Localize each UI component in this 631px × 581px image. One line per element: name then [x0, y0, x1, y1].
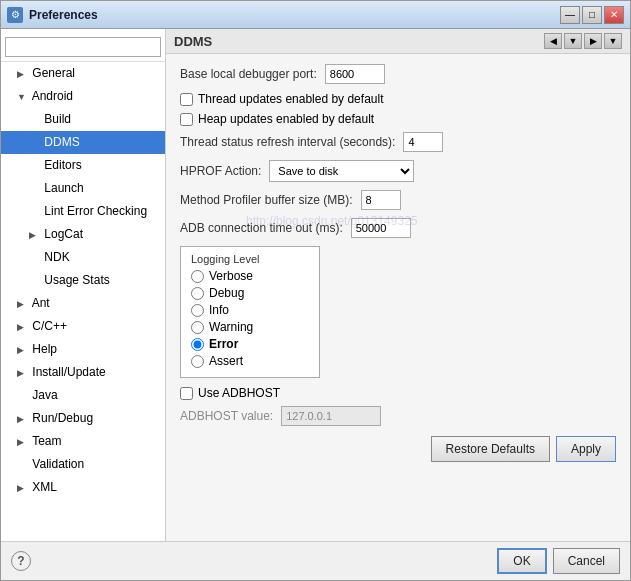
thread-updates-row: Thread updates enabled by default	[180, 92, 616, 106]
radio-warning-label: Warning	[209, 320, 253, 334]
sidebar-item-label: Ant	[32, 296, 50, 310]
restore-defaults-button[interactable]: Restore Defaults	[431, 436, 550, 462]
arrow-java	[17, 387, 29, 405]
panel-title: DDMS	[174, 34, 212, 49]
panel-header: DDMS ◀ ▼ ▶ ▼	[166, 29, 630, 54]
logging-group: Logging Level Verbose Debug Info	[180, 246, 320, 378]
radio-info[interactable]	[191, 304, 204, 317]
nav-forward-button[interactable]: ▶	[584, 33, 602, 49]
heap-updates-checkbox[interactable]	[180, 113, 193, 126]
thread-updates-checkbox[interactable]	[180, 93, 193, 106]
window-footer: ? OK Cancel	[1, 541, 630, 580]
sidebar-item-team[interactable]: ▶ Team	[1, 430, 165, 453]
panel-action-buttons: Restore Defaults Apply	[180, 436, 616, 462]
maximize-button[interactable]: □	[582, 6, 602, 24]
radio-verbose[interactable]	[191, 270, 204, 283]
radio-debug-row: Debug	[191, 286, 309, 300]
thread-refresh-label: Thread status refresh interval (seconds)…	[180, 135, 395, 149]
radio-assert-label: Assert	[209, 354, 243, 368]
sidebar-item-label: Lint Error Checking	[44, 204, 147, 218]
arrow-build	[29, 111, 41, 129]
sidebar-item-build[interactable]: Build	[1, 108, 165, 131]
adbhost-value-label: ADBHOST value:	[180, 409, 273, 423]
arrow-ant: ▶	[17, 295, 29, 313]
search-input[interactable]	[5, 37, 161, 57]
radio-info-label: Info	[209, 303, 229, 317]
nav-dropdown2-button[interactable]: ▼	[604, 33, 622, 49]
sidebar-item-lint[interactable]: Lint Error Checking	[1, 200, 165, 223]
sidebar-item-ddms[interactable]: DDMS	[1, 131, 165, 154]
radio-debug-label: Debug	[209, 286, 244, 300]
arrow-ndk	[29, 249, 41, 267]
nav-back-button[interactable]: ◀	[544, 33, 562, 49]
cancel-button[interactable]: Cancel	[553, 548, 620, 574]
sidebar-item-validation[interactable]: Validation	[1, 453, 165, 476]
close-button[interactable]: ✕	[604, 6, 624, 24]
radio-info-row: Info	[191, 303, 309, 317]
adbhost-value-row: ADBHOST value:	[180, 406, 616, 426]
arrow-xml: ▶	[17, 479, 29, 497]
radio-warning[interactable]	[191, 321, 204, 334]
method-profiler-row: Method Profiler buffer size (MB):	[180, 190, 616, 210]
adbhost-value-input[interactable]	[281, 406, 381, 426]
search-box	[1, 33, 165, 62]
content-area: ▶ General ▼ Android Build DDMS Editors	[1, 29, 630, 541]
hprof-row: HPROF Action: Save to disk Open in HPROF…	[180, 160, 616, 182]
base-port-label: Base local debugger port:	[180, 67, 317, 81]
radio-error-row: Error	[191, 337, 309, 351]
sidebar-item-java[interactable]: Java	[1, 384, 165, 407]
sidebar-item-editors[interactable]: Editors	[1, 154, 165, 177]
use-adbhost-checkbox[interactable]	[180, 387, 193, 400]
radio-verbose-row: Verbose	[191, 269, 309, 283]
sidebar-item-logcat[interactable]: ▶ LogCat	[1, 223, 165, 246]
apply-button[interactable]: Apply	[556, 436, 616, 462]
sidebar-item-cpp[interactable]: ▶ C/C++	[1, 315, 165, 338]
radio-assert-row: Assert	[191, 354, 309, 368]
sidebar-item-label: Build	[44, 112, 71, 126]
method-profiler-label: Method Profiler buffer size (MB):	[180, 193, 353, 207]
sidebar-item-help[interactable]: ▶ Help	[1, 338, 165, 361]
sidebar-item-label: LogCat	[44, 227, 83, 241]
sidebar-item-general[interactable]: ▶ General	[1, 62, 165, 85]
arrow-cpp: ▶	[17, 318, 29, 336]
radio-debug[interactable]	[191, 287, 204, 300]
help-icon[interactable]: ?	[11, 551, 31, 571]
sidebar-item-install[interactable]: ▶ Install/Update	[1, 361, 165, 384]
sidebar: ▶ General ▼ Android Build DDMS Editors	[1, 29, 166, 541]
adb-timeout-input[interactable]	[351, 218, 411, 238]
hprof-label: HPROF Action:	[180, 164, 261, 178]
sidebar-item-label: Validation	[32, 457, 84, 471]
method-profiler-input[interactable]	[361, 190, 401, 210]
arrow-ddms	[29, 134, 41, 152]
ok-button[interactable]: OK	[497, 548, 546, 574]
arrow-install: ▶	[17, 364, 29, 382]
radio-error[interactable]	[191, 338, 204, 351]
sidebar-item-run-debug[interactable]: ▶ Run/Debug	[1, 407, 165, 430]
sidebar-item-label: Java	[32, 388, 57, 402]
adb-timeout-row: ADB connection time out (ms):	[180, 218, 616, 238]
heap-updates-label: Heap updates enabled by default	[198, 112, 374, 126]
radio-verbose-label: Verbose	[209, 269, 253, 283]
sidebar-item-ant[interactable]: ▶ Ant	[1, 292, 165, 315]
arrow-logcat: ▶	[29, 226, 41, 244]
arrow-team: ▶	[17, 433, 29, 451]
radio-assert[interactable]	[191, 355, 204, 368]
sidebar-item-ndk[interactable]: NDK	[1, 246, 165, 269]
minimize-button[interactable]: —	[560, 6, 580, 24]
hprof-select[interactable]: Save to disk Open in HPROF viewer	[269, 160, 414, 182]
heap-updates-row: Heap updates enabled by default	[180, 112, 616, 126]
sidebar-item-usage[interactable]: Usage Stats	[1, 269, 165, 292]
thread-refresh-input[interactable]	[403, 132, 443, 152]
sidebar-item-launch[interactable]: Launch	[1, 177, 165, 200]
sidebar-item-android[interactable]: ▼ Android	[1, 85, 165, 108]
sidebar-item-xml[interactable]: ▶ XML	[1, 476, 165, 499]
thread-updates-label: Thread updates enabled by default	[198, 92, 383, 106]
sidebar-item-label: NDK	[44, 250, 69, 264]
logging-title: Logging Level	[191, 253, 309, 265]
sidebar-item-label: XML	[32, 480, 57, 494]
preferences-window: ⚙ Preferences — □ ✕ ▶ General ▼ Android	[0, 0, 631, 581]
arrow-general: ▶	[17, 65, 29, 83]
base-port-input[interactable]	[325, 64, 385, 84]
nav-dropdown-button[interactable]: ▼	[564, 33, 582, 49]
arrow-usage	[29, 272, 41, 290]
